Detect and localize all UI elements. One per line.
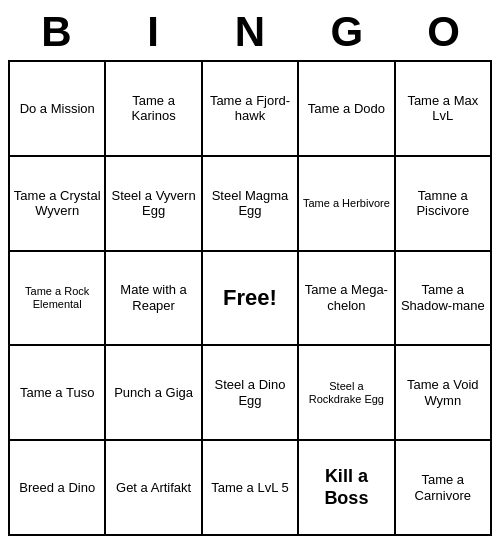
bingo-cell-23: Kill a Boss [299,441,395,536]
bingo-cell-13: Tame a Mega-chelon [299,252,395,347]
letter-o: O [395,8,492,56]
letter-b: B [8,8,105,56]
bingo-cell-2: Tame a Fjord-hawk [203,62,299,157]
bingo-cell-20: Breed a Dino [10,441,106,536]
bingo-cell-16: Punch a Giga [106,346,202,441]
bingo-cell-19: Tame a Void Wymn [396,346,492,441]
bingo-cell-15: Tame a Tuso [10,346,106,441]
bingo-cell-3: Tame a Dodo [299,62,395,157]
bingo-cell-12: Free! [203,252,299,347]
letter-g: G [298,8,395,56]
bingo-cell-14: Tame a Shadow-mane [396,252,492,347]
bingo-cell-9: Tamne a Piscivore [396,157,492,252]
letter-i: I [105,8,202,56]
bingo-cell-18: Steel a Rockdrake Egg [299,346,395,441]
bingo-cell-5: Tame a Crystal Wyvern [10,157,106,252]
bingo-header: B I N G O [8,8,492,56]
bingo-cell-22: Tame a LvL 5 [203,441,299,536]
bingo-cell-1: Tame a Karinos [106,62,202,157]
bingo-cell-21: Get a Artifakt [106,441,202,536]
bingo-cell-10: Tame a Rock Elemental [10,252,106,347]
bingo-cell-17: Steel a Dino Egg [203,346,299,441]
bingo-grid: Do a MissionTame a KarinosTame a Fjord-h… [8,60,492,536]
bingo-cell-7: Steel Magma Egg [203,157,299,252]
letter-n: N [202,8,299,56]
bingo-cell-0: Do a Mission [10,62,106,157]
bingo-cell-6: Steel a Vyvern Egg [106,157,202,252]
bingo-cell-11: Mate with a Reaper [106,252,202,347]
bingo-cell-8: Tame a Herbivore [299,157,395,252]
bingo-cell-24: Tame a Carnivore [396,441,492,536]
bingo-cell-4: Tame a Max LvL [396,62,492,157]
